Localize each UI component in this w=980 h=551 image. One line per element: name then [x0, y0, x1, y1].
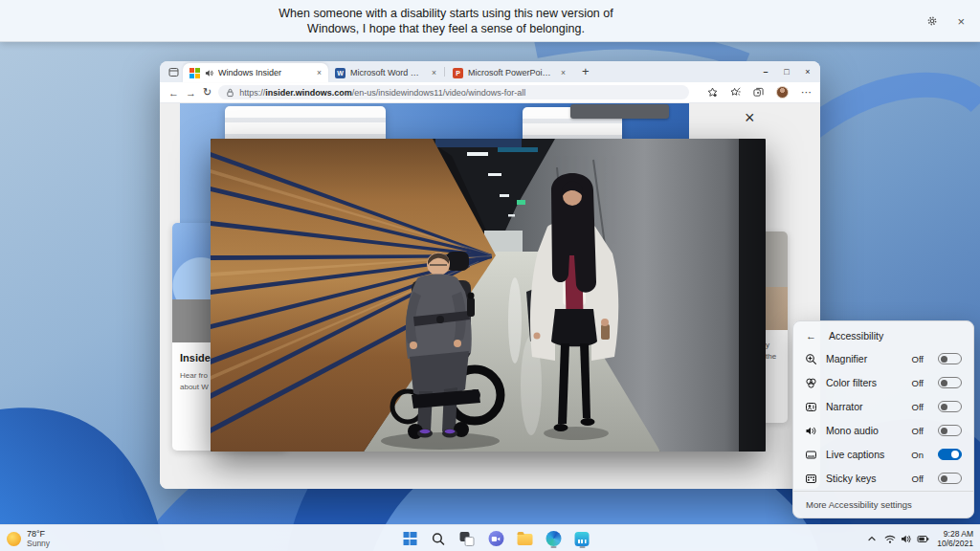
setting-label: Mono audio: [826, 425, 903, 436]
window-close-button[interactable]: ×: [797, 67, 818, 77]
accessibility-flyout: ← Accessibility Magnifier Off Color filt…: [792, 320, 974, 518]
edge-button[interactable]: [544, 528, 564, 549]
taskbar: 78°F Sunny 9:28 AM 10/6/2021: [0, 524, 980, 551]
windows-start-icon: [403, 532, 416, 545]
speaker-icon: [901, 534, 912, 544]
page-content: Inside Hear fro about W y the ×: [160, 103, 820, 489]
chat-icon: [488, 531, 503, 546]
favorites-star-icon[interactable]: [707, 87, 718, 98]
clock-time: 9:28 AM: [937, 529, 973, 539]
live-captions-icon: [805, 449, 817, 461]
caption-line-1: When someone with a disability starts us…: [0, 6, 936, 21]
browser-menu-icon[interactable]: ⋯: [801, 86, 812, 99]
search-button[interactable]: [429, 528, 449, 549]
powerpoint-icon: P: [453, 68, 463, 78]
setting-state: Off: [912, 474, 924, 484]
sticky-keys-toggle[interactable]: [938, 473, 962, 484]
battery-icon: [917, 534, 929, 544]
task-view-button[interactable]: [457, 528, 478, 549]
captions-close-icon[interactable]: ×: [957, 14, 965, 29]
tab-powerpoint-online[interactable]: P Microsoft PowerPoint Online ×: [446, 63, 572, 82]
video-player[interactable]: [211, 139, 766, 452]
start-button[interactable]: [400, 528, 420, 549]
media-app-button[interactable]: [572, 528, 592, 549]
narrator-toggle[interactable]: [938, 401, 962, 412]
setting-state: On: [911, 450, 924, 460]
taskbar-clock[interactable]: 9:28 AM 10/6/2021: [937, 529, 973, 548]
setting-label: Live captions: [826, 449, 902, 460]
live-captions-text: When someone with a disability starts us…: [0, 6, 936, 36]
lock-icon: [226, 88, 234, 98]
tab-word-online[interactable]: W Microsoft Word Online ×: [328, 63, 443, 82]
tab-label: Windows Insider: [218, 68, 308, 77]
tab-actions-icon[interactable]: [168, 67, 179, 77]
caption-line-2: Windows, I hope that they feel a sense o…: [0, 21, 936, 36]
row-mono-audio[interactable]: Mono audio Off: [805, 419, 962, 442]
live-captions-toggle[interactable]: [938, 449, 962, 460]
back-button[interactable]: ←: [168, 87, 179, 99]
wifi-icon: [884, 534, 896, 544]
media-app-icon: [575, 532, 590, 546]
refresh-button[interactable]: ↻: [203, 86, 212, 99]
folder-icon: [517, 534, 532, 545]
hero-cta-button[interactable]: [570, 104, 669, 119]
captions-settings-gear-icon[interactable]: [926, 15, 938, 27]
clock-date: 10/6/2021: [937, 539, 973, 548]
row-sticky-keys[interactable]: Sticky keys Off: [805, 467, 962, 490]
sticky-keys-icon: [805, 473, 817, 485]
edge-browser-window: Windows Insider × W Microsoft Word Onlin…: [160, 61, 820, 489]
hidden-icons-chevron[interactable]: [867, 534, 877, 543]
row-magnifier[interactable]: Magnifier Off: [805, 347, 962, 370]
tab-close-icon[interactable]: ×: [561, 68, 566, 77]
tab-windows-insider[interactable]: Windows Insider ×: [183, 63, 328, 82]
live-captions-bar: When someone with a disability starts us…: [0, 0, 980, 42]
forward-button[interactable]: →: [186, 87, 196, 99]
tab-divider: [444, 67, 445, 77]
browser-toolbar: ← → ↻ https://insider.windows.com/en-us/…: [160, 82, 820, 103]
address-bar[interactable]: https://insider.windows.com/en-us/inside…: [218, 85, 689, 99]
weather-widget[interactable]: 78°F Sunny: [7, 525, 50, 551]
mono-audio-icon: [805, 425, 817, 437]
windows-logo-icon: [189, 68, 200, 78]
window-minimize-button[interactable]: –: [755, 67, 776, 77]
system-tray[interactable]: [884, 534, 929, 544]
setting-label: Magnifier: [826, 353, 903, 364]
magnifier-toggle[interactable]: [938, 353, 962, 364]
row-live-captions[interactable]: Live captions On: [805, 443, 962, 466]
more-accessibility-settings-link[interactable]: More Accessibility settings: [793, 491, 973, 518]
tab-close-icon[interactable]: ×: [317, 68, 322, 77]
chat-button[interactable]: [486, 528, 506, 549]
magnifier-icon: [805, 353, 817, 365]
color-filters-icon: [805, 377, 817, 389]
video-frame: [211, 139, 766, 452]
tab-strip: Windows Insider × W Microsoft Word Onlin…: [160, 61, 820, 82]
window-maximize-button[interactable]: □: [776, 67, 797, 77]
word-icon: W: [335, 68, 345, 78]
row-narrator[interactable]: Narrator Off: [805, 395, 962, 418]
setting-label: Color filters: [826, 377, 903, 388]
card-text: y: [766, 340, 784, 351]
mono-audio-toggle[interactable]: [938, 425, 962, 436]
setting-state: Off: [912, 426, 924, 436]
new-tab-button[interactable]: +: [582, 64, 590, 78]
card-text: the: [766, 351, 784, 363]
edge-icon: [546, 531, 561, 546]
weather-condition: Sunny: [27, 539, 50, 548]
collections-icon[interactable]: [753, 87, 764, 98]
favorites-bar-star-icon[interactable]: [730, 87, 741, 98]
profile-avatar[interactable]: [776, 86, 789, 99]
tab-label: Microsoft PowerPoint Online: [468, 68, 552, 77]
tab-close-icon[interactable]: ×: [432, 68, 436, 77]
tab-audio-icon[interactable]: [205, 69, 213, 77]
back-arrow-icon[interactable]: ←: [806, 330, 816, 342]
color-filters-toggle[interactable]: [938, 377, 962, 388]
video-close-icon[interactable]: ×: [745, 109, 755, 126]
setting-label: Narrator: [826, 401, 903, 412]
sun-icon: [7, 532, 21, 546]
setting-state: Off: [912, 402, 924, 412]
row-color-filters[interactable]: Color filters Off: [805, 371, 962, 394]
file-explorer-button[interactable]: [515, 528, 535, 549]
search-icon: [432, 532, 446, 546]
url-text: https://insider.windows.com/en-us/inside…: [239, 88, 525, 98]
weather-temperature: 78°F: [27, 529, 50, 539]
